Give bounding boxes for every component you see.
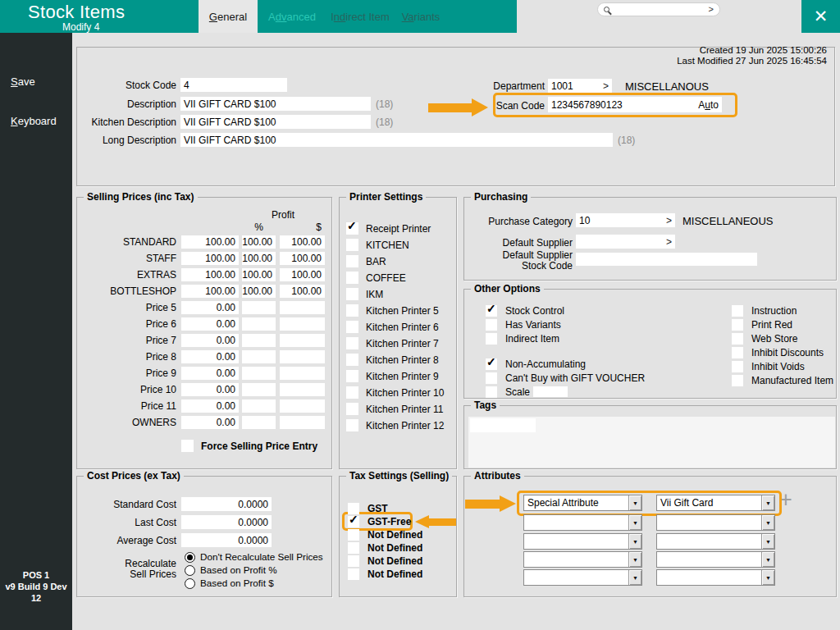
printer-checkbox[interactable]: ✓ [346, 222, 358, 235]
profit-dollar-input[interactable] [280, 334, 325, 347]
printer-checkbox[interactable] [346, 272, 358, 284]
attribute-value-dropdown[interactable]: ▼ [656, 569, 775, 586]
stock-code-input[interactable]: 4 [180, 78, 287, 92]
chevron-down-icon[interactable]: ▼ [761, 570, 774, 585]
search-go-button[interactable]: > [709, 5, 714, 14]
other-option-checkbox[interactable] [486, 386, 497, 398]
chevron-down-icon[interactable]: ▼ [628, 570, 641, 585]
purchase-category-input[interactable]: 10 > [576, 213, 675, 227]
tab-advanced[interactable]: Advanced [261, 0, 323, 33]
department-lookup-button[interactable]: > [603, 80, 609, 92]
profit-dollar-input[interactable] [280, 367, 325, 380]
tax-checkbox[interactable]: ✓ [348, 516, 359, 527]
chevron-down-icon[interactable]: ▼ [628, 495, 641, 510]
chevron-down-icon[interactable]: ▼ [761, 552, 774, 567]
printer-checkbox[interactable] [346, 321, 358, 333]
printer-checkbox[interactable] [346, 337, 358, 349]
profit-pct-input[interactable] [242, 383, 276, 396]
tax-checkbox[interactable] [348, 555, 359, 567]
profit-pct-input[interactable] [242, 367, 276, 380]
printer-checkbox[interactable] [346, 370, 358, 382]
selling-price-input[interactable]: 100.00 [181, 235, 239, 249]
tab-general[interactable]: General [199, 0, 258, 33]
profit-dollar-input[interactable] [280, 383, 325, 396]
cost-input[interactable]: 0.0000 [181, 515, 272, 529]
tax-checkbox[interactable] [348, 542, 359, 554]
profit-pct-input[interactable] [242, 334, 276, 347]
tab-indirect-item[interactable]: Indirect Item [326, 0, 394, 33]
tax-checkbox[interactable] [348, 529, 359, 541]
selling-price-input[interactable]: 100.00 [181, 252, 239, 265]
profit-dollar-input[interactable] [280, 350, 325, 363]
printer-checkbox[interactable] [346, 288, 358, 300]
chevron-down-icon[interactable]: ▼ [761, 534, 774, 549]
supplier-stock-code-input[interactable] [576, 253, 757, 266]
profit-dollar-input[interactable]: 100.00 [280, 268, 325, 281]
default-supplier-lookup-button[interactable]: > [666, 236, 672, 248]
attribute-type-dropdown[interactable]: ▼ [523, 514, 642, 531]
purchase-category-lookup-button[interactable]: > [666, 215, 672, 226]
scan-code-auto-link[interactable]: Auto [698, 99, 719, 111]
description-input[interactable]: VII GIFT CARD $100 [180, 97, 371, 111]
chevron-down-icon[interactable]: ▼ [761, 495, 774, 510]
department-input[interactable]: 1001 > [548, 79, 612, 93]
cost-input[interactable]: 0.0000 [181, 497, 272, 511]
printer-checkbox[interactable] [346, 419, 358, 431]
cost-input[interactable]: 0.0000 [181, 533, 272, 547]
profit-pct-input[interactable]: 100.00 [242, 235, 276, 249]
printer-checkbox[interactable] [346, 239, 358, 251]
other-option-checkbox[interactable] [732, 333, 743, 345]
kitchen-description-input[interactable]: VII GIFT CARD $100 [180, 115, 371, 129]
recalc-radio[interactable] [185, 552, 195, 563]
attribute-type-dropdown[interactable]: ▼ [523, 551, 642, 568]
other-option-checkbox[interactable] [732, 347, 743, 358]
profit-pct-input[interactable] [242, 301, 276, 314]
other-option-checkbox[interactable] [486, 319, 497, 331]
other-option-checkbox[interactable] [486, 372, 497, 384]
selling-price-input[interactable]: 0.00 [181, 301, 239, 314]
chevron-down-icon[interactable]: ▼ [628, 515, 641, 530]
attribute-value-dropdown[interactable]: ▼ [656, 551, 775, 568]
selling-price-input[interactable]: 0.00 [181, 399, 239, 413]
profit-pct-input[interactable]: 100.00 [242, 285, 276, 298]
sidebar-item-keyboard[interactable]: Keyboard [11, 115, 57, 127]
other-option-checkbox[interactable] [732, 375, 743, 386]
other-option-checkbox[interactable] [732, 361, 743, 372]
profit-pct-input[interactable] [242, 416, 276, 429]
other-option-checkbox[interactable] [486, 333, 497, 345]
attribute-type-dropdown[interactable]: ▼ [523, 533, 642, 550]
selling-price-input[interactable]: 0.00 [181, 367, 239, 380]
tab-variants[interactable]: Variants [395, 0, 446, 33]
chevron-down-icon[interactable]: ▼ [628, 534, 641, 549]
selling-price-input[interactable]: 100.00 [181, 268, 239, 281]
profit-dollar-input[interactable] [280, 416, 325, 429]
profit-pct-input[interactable] [242, 317, 276, 331]
attribute-type-dropdown[interactable]: Special Attribute▼ [523, 495, 642, 511]
tag-input[interactable] [470, 418, 536, 432]
profit-pct-input[interactable]: 100.00 [242, 252, 276, 265]
tax-checkbox[interactable] [348, 568, 359, 580]
profit-dollar-input[interactable] [280, 301, 325, 314]
chevron-down-icon[interactable]: ▼ [628, 552, 641, 567]
selling-price-input[interactable]: 0.00 [181, 317, 239, 331]
sidebar-item-save[interactable]: Save [11, 75, 35, 88]
recalc-radio[interactable] [185, 578, 195, 589]
other-option-checkbox[interactable] [732, 305, 743, 317]
other-option-checkbox[interactable] [732, 319, 743, 331]
other-option-checkbox[interactable]: ✓ [486, 358, 497, 370]
selling-price-input[interactable]: 100.00 [181, 285, 239, 298]
attribute-value-dropdown[interactable]: Vii Gift Card▼ [656, 495, 775, 511]
scale-input[interactable] [533, 386, 568, 397]
printer-checkbox[interactable] [346, 304, 358, 317]
printer-checkbox[interactable] [346, 255, 358, 267]
selling-price-input[interactable]: 0.00 [181, 334, 239, 347]
force-selling-price-entry-checkbox[interactable] [181, 440, 194, 452]
close-button[interactable]: ✕ [801, 0, 840, 33]
long-description-input[interactable]: VII GIFT CARD $100 [180, 133, 613, 147]
profit-dollar-input[interactable]: 100.00 [280, 285, 325, 298]
profit-dollar-input[interactable]: 100.00 [280, 252, 325, 265]
selling-price-input[interactable]: 0.00 [181, 383, 239, 396]
printer-checkbox[interactable] [346, 386, 358, 399]
other-option-checkbox[interactable]: ✓ [486, 305, 497, 317]
profit-pct-input[interactable] [242, 399, 276, 413]
